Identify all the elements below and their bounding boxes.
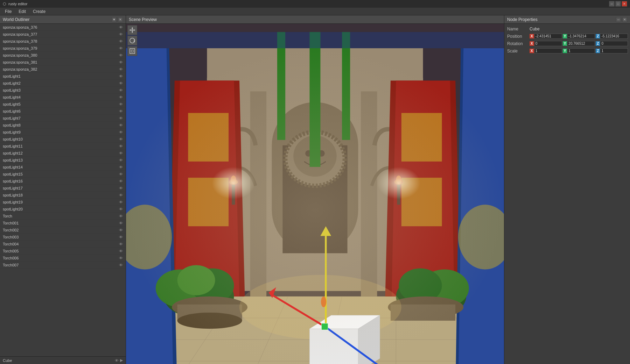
outliner-item[interactable]: spotLight13👁 xyxy=(0,157,126,164)
outliner-list[interactable]: sponza:sponza_376👁sponza:sponza_377👁spon… xyxy=(0,24,126,356)
position-property-row: Position X Y Z xyxy=(507,34,627,39)
outliner-item[interactable]: sponza:sponza_376👁 xyxy=(0,24,126,31)
outliner-item[interactable]: spotLight12👁 xyxy=(0,150,126,157)
pos-x-axis-label: X xyxy=(530,34,534,38)
outliner-item[interactable]: spotLight15👁 xyxy=(0,171,126,178)
maximize-button[interactable]: □ xyxy=(615,1,621,7)
outliner-item[interactable]: spotLight19👁 xyxy=(0,199,126,206)
pos-y-axis-label: Y xyxy=(563,34,567,38)
outliner-item[interactable]: spotLight4👁 xyxy=(0,94,126,101)
rotation-y-input[interactable] xyxy=(567,41,595,46)
outliner-item[interactable]: Torch002👁 xyxy=(0,227,126,234)
outliner-item[interactable]: spotLight1👁 xyxy=(0,73,126,80)
props-header-title: Node Properties xyxy=(507,17,538,22)
menu-file[interactable]: File xyxy=(1,8,15,15)
gizmo-scale-button[interactable] xyxy=(127,46,137,56)
props-header: Node Properties ─ ✕ xyxy=(504,15,630,24)
scene-canvas[interactable] xyxy=(126,24,504,364)
svg-marker-4 xyxy=(130,29,131,31)
outliner-title: World Outliner xyxy=(3,17,29,22)
outliner-item[interactable]: Torch004👁 xyxy=(0,241,126,248)
outliner-item[interactable]: Torch005👁 xyxy=(0,248,126,255)
scale-z-input[interactable] xyxy=(600,48,628,53)
outliner-item[interactable]: sponza:sponza_378👁 xyxy=(0,38,126,45)
outliner-footer: Cube 👁 ▶ xyxy=(0,356,126,364)
outliner-item[interactable]: Torch007👁 xyxy=(0,262,126,269)
titlebar: ⬡ rusty editor ─ □ ✕ xyxy=(0,0,630,8)
position-z-input[interactable] xyxy=(600,34,628,39)
outliner-item[interactable]: spotLight10👁 xyxy=(0,136,126,143)
outliner-item[interactable]: spotLight3👁 xyxy=(0,87,126,94)
rotation-x-input[interactable] xyxy=(534,41,562,46)
scale-y-axis-label: Y xyxy=(563,49,567,53)
svg-marker-2 xyxy=(132,27,133,29)
outliner-footer-item: Cube xyxy=(3,358,12,363)
node-properties-panel: Node Properties ─ ✕ Name Cube Position X xyxy=(504,15,630,364)
name-label: Name xyxy=(507,27,528,31)
outliner-item[interactable]: sponza:sponza_380👁 xyxy=(0,52,126,59)
outliner-item[interactable]: spotLight16👁 xyxy=(0,178,126,185)
outliner-item[interactable]: spotLight2👁 xyxy=(0,80,126,87)
scale-x-field: X xyxy=(530,48,562,53)
outliner-item[interactable]: Torch👁 xyxy=(0,213,126,220)
titlebar-controls: ─ □ ✕ xyxy=(609,1,627,7)
scale-property-row: Scale X Y Z xyxy=(507,48,627,53)
props-controls: ─ ✕ xyxy=(616,17,627,22)
outliner-item[interactable]: Torch006👁 xyxy=(0,255,126,262)
outliner-item[interactable]: spotLight7👁 xyxy=(0,115,126,122)
outliner-footer-arrow-icon[interactable]: ▶ xyxy=(120,358,123,363)
gizmo-translate-button[interactable] xyxy=(127,25,137,35)
outliner-item[interactable]: spotLight5👁 xyxy=(0,101,126,108)
props-minimize-button[interactable]: ─ xyxy=(616,17,621,22)
outliner-item[interactable]: sponza:sponza_379👁 xyxy=(0,45,126,52)
outliner-item[interactable]: spotLight6👁 xyxy=(0,108,126,115)
svg-marker-3 xyxy=(132,31,133,33)
position-x-input[interactable] xyxy=(534,34,562,39)
rotation-z-field: Z xyxy=(596,41,628,46)
minimize-button[interactable]: ─ xyxy=(609,1,615,7)
close-button[interactable]: ✕ xyxy=(622,1,627,7)
menubar: File Edit Create xyxy=(0,8,630,15)
pos-z-axis-label: Z xyxy=(596,34,600,38)
outliner-item[interactable]: spotLight17👁 xyxy=(0,185,126,192)
outliner-item[interactable]: spotLight9👁 xyxy=(0,129,126,136)
outliner-item[interactable]: Torch001👁 xyxy=(0,220,126,227)
position-y-input[interactable] xyxy=(567,34,595,39)
titlebar-left: ⬡ rusty editor xyxy=(3,2,27,6)
outliner-item[interactable]: spotLight14👁 xyxy=(0,164,126,171)
position-y-field: Y xyxy=(563,34,595,39)
gizmo-toolbar xyxy=(127,25,137,56)
rotation-z-input[interactable] xyxy=(600,41,628,46)
outliner-controls: ▼ ✕ xyxy=(112,17,123,22)
outliner-footer-eye-icon[interactable]: 👁 xyxy=(115,358,119,363)
rotation-label: Rotation xyxy=(507,41,528,46)
outliner-item[interactable]: spotLight20👁 xyxy=(0,206,126,213)
scene-preview-title: Scene Preview xyxy=(129,17,157,22)
svg-rect-8 xyxy=(130,49,135,53)
scale-y-input[interactable] xyxy=(567,48,595,53)
menu-create[interactable]: Create xyxy=(29,8,49,15)
rotation-x-field: X xyxy=(530,41,562,46)
outliner-item[interactable]: Torch003👁 xyxy=(0,234,126,241)
scene-viewport[interactable] xyxy=(126,24,504,364)
name-value: Cube xyxy=(530,27,540,31)
scale-x-input[interactable] xyxy=(534,48,562,53)
outliner-item[interactable]: sponza:sponza_382👁 xyxy=(0,66,126,73)
outliner-item[interactable]: sponza:sponza_377👁 xyxy=(0,31,126,38)
main-layout: World Outliner ▼ ✕ sponza:sponza_376👁spo… xyxy=(0,15,630,364)
outliner-close-button[interactable]: ✕ xyxy=(118,17,123,22)
world-outliner-panel: World Outliner ▼ ✕ sponza:sponza_376👁spo… xyxy=(0,15,126,364)
outliner-filter-button[interactable]: ▼ xyxy=(112,17,117,22)
outliner-item[interactable]: spotLight11👁 xyxy=(0,143,126,150)
menu-edit[interactable]: Edit xyxy=(15,8,29,15)
rot-z-axis-label: Z xyxy=(596,41,600,46)
props-close-button[interactable]: ✕ xyxy=(622,17,627,22)
position-z-field: Z xyxy=(596,34,628,39)
gizmo-rotate-button[interactable] xyxy=(127,36,137,45)
scale-fields: X Y Z xyxy=(530,48,628,53)
svg-rect-53 xyxy=(126,32,504,48)
outliner-item[interactable]: spotLight18👁 xyxy=(0,192,126,199)
outliner-item[interactable]: sponza:sponza_381👁 xyxy=(0,59,126,66)
outliner-item[interactable]: spotLight8👁 xyxy=(0,122,126,129)
position-fields: X Y Z xyxy=(530,34,628,39)
